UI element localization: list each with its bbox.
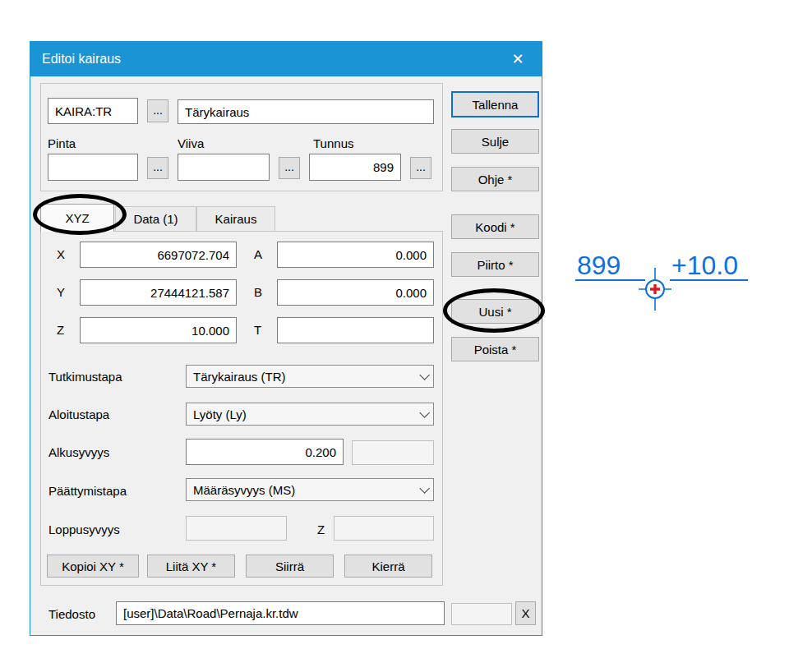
z-label: Z bbox=[57, 322, 64, 338]
viiva-browse-button[interactable]: ... bbox=[279, 157, 300, 179]
pinta-field[interactable] bbox=[48, 154, 138, 181]
alkusyvyys-label: Alkusyvyys bbox=[48, 444, 109, 461]
aloitustapa-select[interactable]: Lyöty (Ly) bbox=[186, 403, 434, 426]
tiedosto-extra-field bbox=[451, 603, 512, 625]
alkusyvyys-field[interactable] bbox=[186, 439, 344, 465]
b-coordinate-field[interactable] bbox=[277, 279, 434, 306]
tunnus-field[interactable] bbox=[309, 154, 401, 181]
tab-xyz[interactable]: XYZ bbox=[40, 204, 114, 232]
viiva-field[interactable] bbox=[178, 154, 270, 181]
type-code-browse-button[interactable]: ... bbox=[147, 99, 168, 122]
screenshot-canvas: Editoi kairaus ✕ ... Pinta Viiva Tunnus … bbox=[0, 0, 789, 672]
close-icon[interactable]: ✕ bbox=[507, 50, 528, 68]
tutkimustapa-select[interactable]: Tärykairaus (TR) bbox=[186, 365, 434, 388]
tutkimustapa-label: Tutkimustapa bbox=[48, 369, 122, 385]
aloitustapa-label: Aloitustapa bbox=[48, 407, 109, 423]
dialog-titlebar[interactable]: Editoi kairaus ✕ bbox=[30, 42, 542, 76]
tiedosto-label: Tiedosto bbox=[48, 606, 95, 623]
paattymistapa-value: Määräsyvyys (MS) bbox=[193, 483, 295, 497]
chevron-down-icon bbox=[419, 407, 430, 418]
poista-button[interactable]: Poista * bbox=[451, 337, 539, 361]
type-code-field[interactable] bbox=[48, 98, 138, 124]
y-label: Y bbox=[57, 284, 65, 301]
kierra-button[interactable]: Kierrä bbox=[344, 555, 432, 578]
siirra-button[interactable]: Siirrä bbox=[246, 555, 334, 578]
t-coordinate-field[interactable] bbox=[277, 317, 434, 343]
x-label: X bbox=[57, 246, 65, 263]
loppusyvyys-field bbox=[186, 516, 287, 541]
crosshair-icon bbox=[639, 268, 671, 311]
tunnus-browse-button[interactable]: ... bbox=[410, 157, 431, 179]
dialog-editoi-kairaus: Editoi kairaus ✕ ... Pinta Viiva Tunnus … bbox=[30, 41, 542, 636]
tab-xyz-label: XYZ bbox=[65, 211, 89, 225]
marker-id-text: 899 bbox=[577, 251, 621, 280]
chevron-down-icon bbox=[419, 370, 430, 380]
loppusyvyys-label: Loppusyvyys bbox=[48, 522, 120, 538]
tiedosto-clear-button[interactable]: X bbox=[515, 601, 536, 625]
loppusyvyys-z-label: Z bbox=[317, 522, 325, 538]
tab-kairaus[interactable]: Kairaus bbox=[196, 206, 275, 231]
tunnus-label: Tunnus bbox=[313, 136, 353, 152]
tab-kairaus-label: Kairaus bbox=[215, 212, 257, 226]
alkusyvyys-extra-field bbox=[352, 440, 434, 465]
tab-data[interactable]: Data (1) bbox=[115, 206, 196, 231]
paattymistapa-select[interactable]: Määräsyvyys (MS) bbox=[186, 478, 434, 501]
b-label: B bbox=[254, 284, 262, 301]
piirto-button[interactable]: Piirto * bbox=[451, 252, 539, 277]
chevron-down-icon bbox=[419, 483, 430, 494]
tab-data-label: Data (1) bbox=[133, 212, 178, 226]
tallenna-button[interactable]: Tallenna bbox=[451, 91, 539, 117]
drillhole-point-marker: 899 +10.0 bbox=[567, 243, 760, 321]
z-coordinate-field[interactable] bbox=[80, 317, 237, 343]
marker-elevation-text: +10.0 bbox=[671, 251, 738, 280]
ohje-button[interactable]: Ohje * bbox=[451, 167, 539, 191]
liita-xy-button[interactable]: Liitä XY * bbox=[147, 555, 235, 578]
x-coordinate-field[interactable] bbox=[80, 242, 237, 268]
a-coordinate-field[interactable] bbox=[277, 242, 434, 268]
sulje-button[interactable]: Sulje bbox=[451, 129, 539, 154]
kopioi-xy-button[interactable]: Kopioi XY * bbox=[47, 555, 139, 578]
paattymistapa-label: Päättymistapa bbox=[48, 483, 127, 499]
tiedosto-path-field[interactable] bbox=[116, 601, 445, 625]
type-name-field[interactable] bbox=[178, 99, 434, 124]
aloitustapa-value: Lyöty (Ly) bbox=[193, 407, 247, 421]
y-coordinate-field[interactable] bbox=[80, 279, 237, 306]
dialog-title: Editoi kairaus bbox=[42, 52, 121, 67]
tutkimustapa-value: Tärykairaus (TR) bbox=[193, 370, 286, 384]
loppusyvyys-z-field bbox=[334, 516, 434, 541]
a-label: A bbox=[254, 246, 262, 263]
viiva-label: Viiva bbox=[178, 136, 204, 152]
pinta-label: Pinta bbox=[48, 136, 76, 152]
uusi-button[interactable]: Uusi * bbox=[451, 299, 539, 324]
pinta-browse-button[interactable]: ... bbox=[147, 157, 168, 179]
koodi-button[interactable]: Koodi * bbox=[451, 214, 539, 239]
t-label: T bbox=[254, 322, 261, 338]
